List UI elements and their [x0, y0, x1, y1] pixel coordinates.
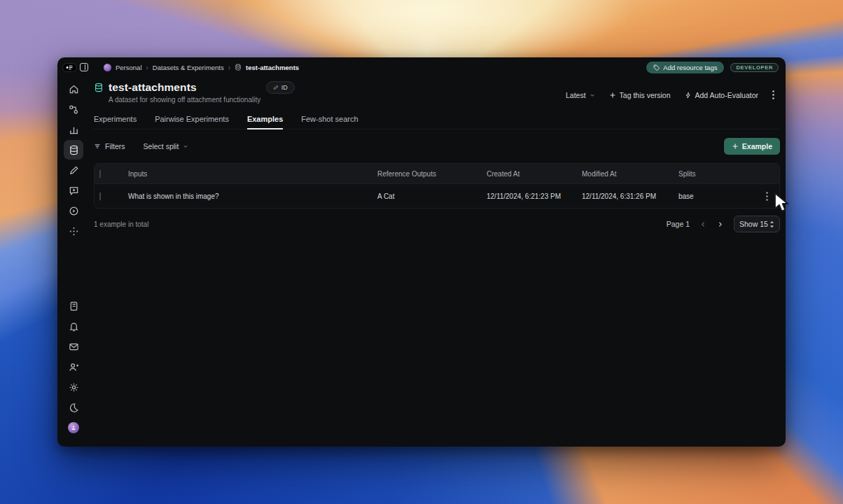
- topbar-right: Add resource tags DEVELOPER: [646, 62, 779, 74]
- plus-icon: [609, 92, 616, 99]
- sidebar: [57, 77, 90, 447]
- dataset-icon: [94, 83, 104, 92]
- title-block: test-attachments ID A dataset for showin…: [94, 81, 295, 104]
- page-subtitle: A dataset for showing off attachment fun…: [109, 96, 295, 104]
- cell-modified-at: 12/11/2024, 6:31:26 PM: [573, 192, 670, 200]
- notebook-icon: [69, 301, 79, 312]
- pencil-icon: [69, 165, 79, 176]
- sidebar-item-annotation[interactable]: [64, 160, 83, 180]
- version-controls: Latest Tag this version Add Auto-Evaluat…: [566, 90, 774, 99]
- move-icon: [69, 226, 79, 237]
- column-header-inputs[interactable]: Inputs: [120, 170, 369, 178]
- sidebar-toggle-icon[interactable]: [80, 63, 88, 71]
- table-header-row: Inputs Reference Outputs Created At Modi…: [95, 164, 779, 183]
- plus-icon: [732, 143, 739, 150]
- chevron-right-icon: [717, 221, 723, 227]
- cell-reference-outputs: A Cat: [369, 192, 478, 200]
- workspace-avatar[interactable]: [104, 64, 111, 71]
- chevron-left-icon: [700, 221, 706, 227]
- tag-version-button[interactable]: Tag this version: [609, 91, 671, 99]
- next-page-button[interactable]: [717, 221, 723, 227]
- version-selector[interactable]: Latest: [566, 91, 595, 99]
- mail-icon: [69, 342, 79, 352]
- sidebar-item-theme[interactable]: [64, 398, 83, 417]
- version-selector-label: Latest: [566, 91, 586, 99]
- select-split-dropdown[interactable]: Select split: [144, 142, 189, 150]
- filter-icon: [94, 143, 101, 150]
- page-size-label: Show 15: [739, 220, 768, 228]
- workflow-icon: [69, 104, 79, 115]
- breadcrumb-separator: ›: [228, 64, 230, 71]
- id-badge-label: ID: [281, 84, 288, 91]
- sidebar-item-tracing[interactable]: [64, 99, 83, 119]
- sidebar-item-datasets[interactable]: [64, 140, 83, 160]
- page-label: Page 1: [667, 220, 690, 228]
- cell-splits: base: [670, 192, 754, 200]
- bar-chart-icon: [69, 125, 79, 135]
- chevron-down-icon: [183, 144, 188, 149]
- row-actions-menu[interactable]: [766, 192, 768, 201]
- app-logo[interactable]: [62, 63, 77, 72]
- filters-button[interactable]: Filters: [94, 142, 125, 150]
- filters-label: Filters: [105, 142, 125, 150]
- add-example-label: Example: [742, 142, 772, 150]
- select-split-label: Select split: [144, 142, 179, 150]
- tab-pairwise-experiments[interactable]: Pairwise Experiments: [155, 115, 229, 129]
- copy-id-badge[interactable]: ID: [266, 81, 295, 94]
- breadcrumb-org[interactable]: Personal: [116, 64, 142, 71]
- chat-plus-icon: [69, 186, 79, 196]
- kebab-icon: [766, 192, 768, 201]
- person-icon: [71, 425, 76, 430]
- sidebar-item-deployments[interactable]: [64, 221, 83, 241]
- sidebar-item-settings[interactable]: [64, 377, 83, 397]
- select-all-checkbox[interactable]: [99, 170, 101, 178]
- topbar: Personal › Datasets & Experiments › test…: [57, 57, 786, 77]
- breadcrumb-page[interactable]: test-attachments: [246, 64, 299, 71]
- play-circle-icon: [69, 206, 79, 216]
- sidebar-item-docs[interactable]: [64, 296, 83, 316]
- tab-examples[interactable]: Examples: [247, 115, 283, 130]
- breadcrumb-section[interactable]: Datasets & Experiments: [153, 64, 224, 71]
- tab-few-shot-search[interactable]: Few-shot search: [301, 115, 358, 129]
- link-icon: [273, 85, 279, 90]
- sidebar-item-invite[interactable]: [64, 357, 83, 377]
- breadcrumb-separator: ›: [146, 64, 148, 71]
- add-auto-evaluator-button[interactable]: Add Auto-Evaluator: [685, 91, 758, 99]
- add-example-button[interactable]: Example: [724, 138, 780, 155]
- header-more-menu[interactable]: [772, 90, 774, 99]
- column-header-reference-outputs[interactable]: Reference Outputs: [369, 170, 478, 178]
- sidebar-item-updates[interactable]: [64, 316, 83, 336]
- gear-icon: [69, 382, 79, 393]
- cell-created-at: 12/11/2024, 6:21:23 PM: [478, 192, 573, 200]
- app-window: Personal › Datasets & Experiments › test…: [57, 57, 786, 447]
- add-resource-tags-label: Add resource tags: [663, 64, 717, 71]
- sidebar-item-dashboards[interactable]: [64, 120, 83, 139]
- tag-icon: [653, 64, 660, 71]
- table-row[interactable]: What is shown in this image? A Cat 12/11…: [95, 183, 779, 208]
- column-header-created-at[interactable]: Created At: [478, 170, 573, 178]
- moon-icon: [69, 402, 79, 413]
- add-resource-tags-button[interactable]: Add resource tags: [646, 62, 724, 74]
- table-footer: 1 example in total Page 1 Show 15: [94, 216, 780, 232]
- row-checkbox[interactable]: [99, 192, 101, 200]
- sidebar-item-home[interactable]: [64, 79, 83, 99]
- add-auto-evaluator-label: Add Auto-Evaluator: [695, 91, 758, 99]
- column-header-splits[interactable]: Splits: [670, 170, 754, 178]
- user-avatar: [68, 422, 79, 433]
- page-size-select[interactable]: Show 15: [734, 216, 780, 232]
- page-title: test-attachments: [109, 81, 197, 94]
- pagination: Page 1 Show 15: [667, 216, 780, 232]
- sidebar-item-playground[interactable]: [64, 201, 83, 220]
- sidebar-item-feedback[interactable]: [64, 181, 83, 200]
- total-count-label: 1 example in total: [94, 220, 148, 228]
- examples-table: Inputs Reference Outputs Created At Modi…: [94, 163, 780, 209]
- desktop-wallpaper: Personal › Datasets & Experiments › test…: [0, 0, 843, 504]
- sidebar-item-profile[interactable]: [64, 418, 83, 438]
- page-header: test-attachments ID A dataset for showin…: [94, 77, 780, 104]
- sidebar-item-inbox[interactable]: [64, 337, 83, 356]
- main-content: test-attachments ID A dataset for showin…: [90, 77, 786, 447]
- previous-page-button[interactable]: [700, 221, 706, 227]
- cell-inputs: What is shown in this image?: [120, 192, 369, 200]
- column-header-modified-at[interactable]: Modified At: [573, 170, 670, 178]
- tab-experiments[interactable]: Experiments: [94, 115, 137, 129]
